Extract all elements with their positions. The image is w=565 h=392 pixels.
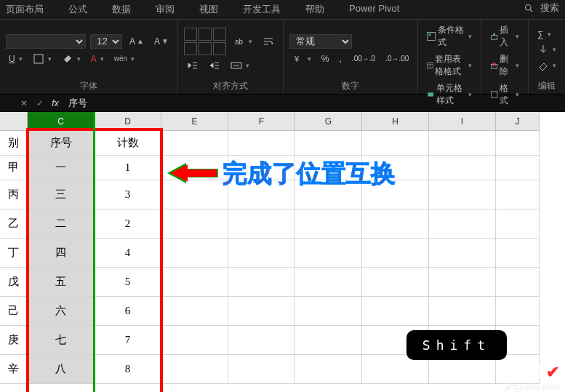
cell[interactable]	[295, 297, 362, 326]
col-header-d[interactable]: D	[95, 112, 161, 131]
increase-decimal-button[interactable]: .00→.0	[349, 53, 378, 64]
orientation-button[interactable]: ab	[231, 34, 255, 49]
indent-increase-button[interactable]	[206, 58, 223, 73]
cell[interactable]	[161, 268, 228, 297]
font-size-select[interactable]: 12	[90, 34, 122, 49]
cell[interactable]	[161, 209, 228, 239]
tab-view[interactable]: 视图	[196, 1, 221, 17]
fill-button[interactable]	[534, 42, 559, 57]
cell[interactable]: 6	[95, 297, 161, 326]
cell[interactable]: 甲	[0, 156, 28, 180]
underline-button[interactable]: U	[6, 52, 25, 65]
number-format-select[interactable]: 常规	[289, 34, 352, 49]
cell[interactable]	[429, 239, 496, 268]
cell[interactable]: 3	[95, 180, 161, 209]
cell[interactable]: 计数	[95, 131, 161, 156]
increase-font-icon[interactable]: A▲	[127, 35, 147, 48]
insert-button[interactable]: 插入	[487, 23, 522, 50]
cell[interactable]	[295, 131, 362, 156]
cell[interactable]	[161, 355, 228, 384]
tab-data[interactable]: 数据	[109, 1, 134, 17]
fx-icon[interactable]: fx	[48, 98, 63, 108]
cell[interactable]: 庚	[0, 326, 28, 355]
border-button[interactable]	[30, 52, 55, 66]
col-header-f[interactable]: F	[228, 112, 295, 131]
indent-decrease-button[interactable]	[184, 58, 201, 73]
cell[interactable]	[362, 131, 429, 156]
col-header-e[interactable]: E	[161, 112, 228, 131]
cell[interactable]	[429, 180, 496, 209]
clear-button[interactable]	[534, 58, 559, 73]
cell[interactable]: 戊	[0, 268, 28, 297]
cell[interactable]	[496, 209, 540, 239]
cell[interactable]	[295, 239, 362, 268]
cell[interactable]	[429, 209, 496, 239]
cell[interactable]	[429, 268, 496, 297]
tab-developer[interactable]: 开发工具	[240, 1, 284, 17]
cell[interactable]: 乙	[0, 209, 28, 239]
cell[interactable]: 别	[0, 131, 28, 156]
spreadsheet[interactable]: C D E F G H I J 别 序号 计数 甲一1丙三3乙二2丁四4戊五5己…	[0, 112, 565, 392]
cell[interactable]	[362, 268, 429, 297]
cell[interactable]: 己	[0, 297, 28, 326]
merge-center-button[interactable]	[228, 58, 252, 73]
cell[interactable]	[496, 180, 540, 209]
fill-color-button[interactable]	[59, 52, 84, 66]
cell[interactable]: 五	[28, 268, 95, 297]
cell[interactable]: 四	[28, 239, 95, 268]
cell[interactable]	[496, 156, 540, 180]
cell[interactable]: 序号	[28, 131, 95, 156]
cell[interactable]	[228, 355, 295, 384]
cell[interactable]	[429, 297, 496, 326]
cell[interactable]	[228, 326, 295, 355]
cancel-formula-button[interactable]: ✕	[16, 98, 32, 108]
font-name-select[interactable]	[6, 34, 86, 49]
cell[interactable]	[228, 239, 295, 268]
currency-button[interactable]: ¥	[289, 52, 314, 66]
format-as-table-button[interactable]: 套用表格格式	[424, 52, 475, 79]
cell[interactable]	[496, 131, 540, 156]
col-header-g[interactable]: G	[295, 112, 362, 131]
col-header-j[interactable]: J	[496, 112, 540, 131]
cell[interactable]: 二	[28, 209, 95, 239]
cell[interactable]: 2	[95, 209, 161, 239]
cell[interactable]	[295, 209, 362, 239]
cell[interactable]	[362, 239, 429, 268]
cell[interactable]: 丙	[0, 180, 28, 209]
cell[interactable]	[496, 297, 540, 326]
cell[interactable]	[228, 209, 295, 239]
cell[interactable]	[295, 326, 362, 355]
cell[interactable]	[496, 239, 540, 268]
cell[interactable]	[429, 156, 496, 180]
col-header-c[interactable]: C	[28, 112, 95, 131]
cell[interactable]: 8	[95, 355, 161, 384]
cell[interactable]: 5	[95, 268, 161, 297]
col-header-i[interactable]: I	[429, 112, 496, 131]
cell[interactable]	[429, 131, 496, 156]
cell[interactable]	[161, 239, 228, 268]
alignment-grid[interactable]	[184, 28, 226, 55]
percent-button[interactable]: %	[318, 52, 332, 65]
cell[interactable]: 辛	[0, 355, 28, 384]
comma-button[interactable]: ,	[337, 52, 345, 65]
cell[interactable]	[228, 268, 295, 297]
cell[interactable]	[228, 297, 295, 326]
cell[interactable]	[161, 131, 228, 156]
cell[interactable]	[161, 297, 228, 326]
delete-button[interactable]: 删除	[487, 52, 522, 79]
cell[interactable]	[496, 268, 540, 297]
cell[interactable]	[228, 131, 295, 156]
tab-page-layout[interactable]: 页面布局	[3, 1, 47, 17]
cell[interactable]	[161, 326, 228, 355]
font-color-button[interactable]: A	[88, 52, 107, 65]
cell[interactable]	[295, 268, 362, 297]
cell[interactable]: 一	[28, 156, 95, 180]
cell[interactable]: 三	[28, 180, 95, 209]
search-box[interactable]: 搜索	[524, 0, 562, 16]
decrease-font-icon[interactable]: A▼	[151, 35, 172, 48]
cell[interactable]: 4	[95, 239, 161, 268]
tab-formulas[interactable]: 公式	[65, 1, 90, 17]
tab-review[interactable]: 审阅	[153, 1, 177, 17]
tab-help[interactable]: 帮助	[302, 1, 327, 17]
cell[interactable]	[362, 209, 429, 239]
